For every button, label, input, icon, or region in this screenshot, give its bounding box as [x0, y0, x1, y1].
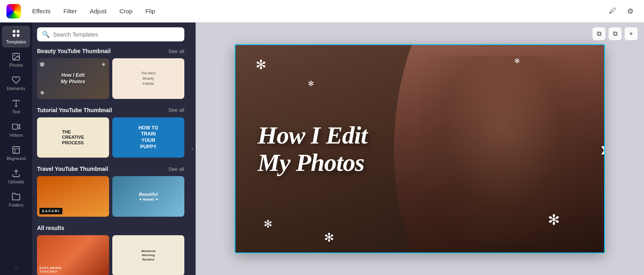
- deco-star-b3: ✻: [102, 62, 105, 67]
- sidebar-item-text[interactable]: Text: [2, 96, 30, 117]
- all-results-title: All results: [37, 225, 64, 231]
- svg-rect-9: [13, 147, 20, 154]
- beauty-see-all[interactable]: See all: [168, 48, 184, 54]
- sidebar-item-photos[interactable]: Photos: [2, 49, 30, 71]
- crop-button[interactable]: Crop: [115, 5, 138, 17]
- toolbar-icon-btn-2[interactable]: ⚙: [623, 4, 638, 18]
- all-results-grid: EXPLORINGTUSCANY WeekendMorningRoutine: [37, 235, 184, 275]
- effects-button[interactable]: Effects: [27, 5, 56, 17]
- travel-templates-grid: SAFARI Beautiful✦ Hawaii ✦: [37, 176, 184, 217]
- text-icon: [12, 99, 21, 108]
- search-bar: 🔍: [37, 27, 184, 41]
- deco-star-b2: ✻: [40, 90, 44, 96]
- svg-rect-8: [12, 124, 18, 129]
- canvas-area: ⧉ ⧉ + How I Edit: [196, 23, 644, 275]
- background-icon: [12, 146, 21, 154]
- panel-collapse-handle[interactable]: ‹: [189, 23, 196, 275]
- deco-star-b1: ✻: [39, 61, 45, 68]
- svg-point-5: [14, 55, 15, 56]
- travel-see-all[interactable]: See all: [168, 166, 184, 172]
- beauty-section-header: Beauty YouTube Thumbnail See all: [37, 48, 184, 54]
- duplicate-icon: ⧉: [613, 30, 617, 37]
- top-toolbar: Effects Filter Adjust Crop Flip 🖊 ⚙: [0, 0, 644, 23]
- heart-icon: [12, 76, 21, 84]
- svg-rect-3: [17, 34, 19, 37]
- search-icon: 🔍: [42, 31, 50, 38]
- tutorial-template-2[interactable]: HOW TOTRAINYOURPUPPY: [112, 117, 184, 158]
- copy-icon: ⧉: [597, 30, 601, 37]
- add-icon: +: [629, 30, 633, 37]
- flip-button[interactable]: Flip: [140, 5, 160, 17]
- svg-rect-0: [13, 30, 15, 33]
- canvas-background: How I Edit My Photos ✻ ✻ ✻ ✻ ✻ ✻ ›: [235, 45, 604, 252]
- canvas-duplicate-btn[interactable]: ⧉: [609, 27, 621, 40]
- collapse-chevron-icon: ‹: [192, 146, 193, 152]
- travel-template-2[interactable]: Beautiful✦ Hawaii ✦: [112, 176, 184, 217]
- sidebar-item-uploads[interactable]: Uploads: [2, 166, 30, 187]
- upload-icon: [12, 169, 21, 178]
- beauty-section-title: Beauty YouTube Thumbnail: [37, 48, 111, 54]
- tutorial-template-1[interactable]: THECREATIVEPROCESS: [37, 117, 109, 158]
- travel-template-1[interactable]: SAFARI: [37, 176, 109, 217]
- sidebar-item-more[interactable]: ...: [2, 261, 30, 272]
- search-input[interactable]: [53, 31, 180, 38]
- svg-rect-2: [13, 34, 15, 37]
- canvas-card[interactable]: How I Edit My Photos ✻ ✻ ✻ ✻ ✻ ✻ ›: [235, 44, 605, 253]
- tutorial-section-header: Tutorial YouTube Thumbnail See all: [37, 107, 184, 113]
- canvas-controls: ⧉ ⧉ +: [592, 27, 638, 40]
- templates-panel: 🔍 Beauty YouTube Thumbnail See all How I…: [32, 23, 189, 275]
- beauty-template-1[interactable]: How I EditMy Photos ✻ ✻ ✻: [37, 58, 109, 99]
- folder-icon: [12, 192, 21, 201]
- tutorial-section-title: Tutorial YouTube Thumbnail: [37, 107, 112, 113]
- canvas-add-btn[interactable]: +: [625, 27, 638, 40]
- svg-rect-1: [17, 30, 19, 33]
- sidebar-item-elements[interactable]: Elements: [2, 72, 30, 94]
- tutorial-templates-grid: THECREATIVEPROCESS HOW TOTRAINYOURPUPPY: [37, 117, 184, 158]
- beauty-templates-grid: How I EditMy Photos ✻ ✻ ✻ The BestBeauty…: [37, 58, 184, 99]
- sidebar-item-folders[interactable]: Folders: [2, 189, 30, 211]
- beauty-template-2[interactable]: The BestBeautyPalette: [112, 58, 184, 99]
- sidebar-icons: Templates Photos Elements Text: [0, 23, 32, 275]
- sidebar-item-videos[interactable]: Videos: [2, 119, 30, 141]
- canvas-copy-btn[interactable]: ⧉: [592, 27, 605, 40]
- app-logo: [6, 4, 21, 18]
- more-dots-label: ...: [14, 264, 18, 269]
- main-layout: Templates Photos Elements Text: [0, 23, 644, 275]
- canvas-arrow-right: ›: [601, 138, 604, 159]
- video-icon: [12, 122, 21, 131]
- toolbar-right: 🖊 ⚙: [605, 4, 638, 18]
- sidebar-item-background[interactable]: Bkground: [2, 142, 30, 164]
- image-icon: [12, 52, 21, 61]
- all-results-template-2[interactable]: WeekendMorningRoutine: [112, 235, 184, 275]
- all-results-template-1[interactable]: EXPLORINGTUSCANY: [37, 235, 109, 275]
- travel-section-header: Travel YouTube Thumbnail See all: [37, 166, 184, 172]
- tutorial-see-all[interactable]: See all: [168, 107, 184, 113]
- canvas-main-text: How I Edit My Photos: [258, 121, 367, 176]
- adjust-button[interactable]: Adjust: [85, 5, 111, 17]
- sidebar-item-templates[interactable]: Templates: [2, 26, 30, 47]
- grid-icon: [12, 29, 21, 38]
- all-results-section-header: All results: [37, 225, 184, 231]
- toolbar-icon-btn-1[interactable]: 🖊: [605, 4, 620, 18]
- filter-button[interactable]: Filter: [59, 5, 82, 17]
- travel-section-title: Travel YouTube Thumbnail: [37, 166, 108, 172]
